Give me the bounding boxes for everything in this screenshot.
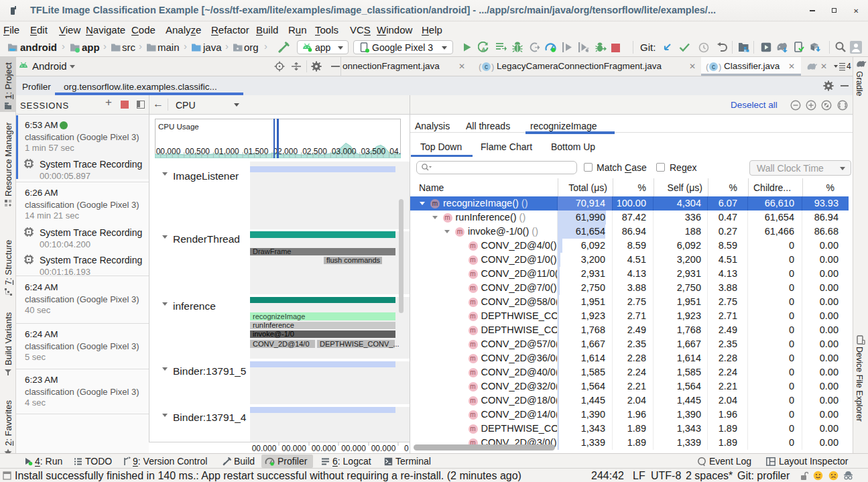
svg-text:00.000: 00.000 <box>282 444 306 453</box>
svg-text:00.000: 00.000 <box>252 444 277 453</box>
svg-text:00.000: 00.000 <box>341 444 366 453</box>
svg-text:A: A <box>482 46 486 52</box>
svg-text:01.000: 01.000 <box>214 147 239 156</box>
svg-text:00.000: 00.000 <box>312 444 336 453</box>
svg-text:01.500: 01.500 <box>244 147 269 156</box>
svg-text:00.000: 00.000 <box>371 444 396 453</box>
svg-text:03.000: 03.000 <box>332 147 357 156</box>
svg-text:04.0: 04.0 <box>389 147 401 156</box>
svg-text:03.500: 03.500 <box>361 147 386 156</box>
svg-text:CPU Usage: CPU Usage <box>158 123 199 131</box>
svg-text:02.500: 02.500 <box>302 147 327 156</box>
svg-text:0: 0 <box>404 444 409 453</box>
svg-text:00.000: 00.000 <box>156 147 181 156</box>
svg-text:00.500: 00.500 <box>185 147 210 156</box>
